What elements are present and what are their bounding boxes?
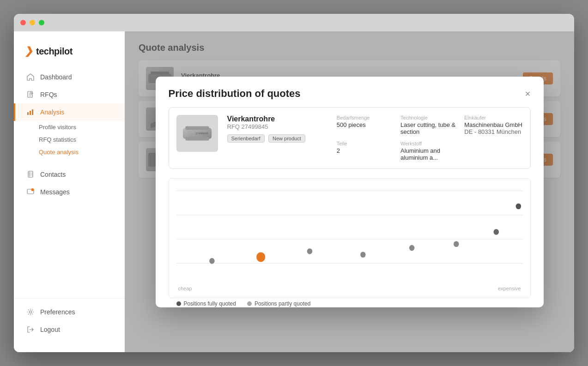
svg-point-24 (454, 241, 459, 247)
rfq-meta-werkstoff: Werkstoff Aluminium and aluminium a... (400, 141, 459, 161)
sidebar-item-quote-analysis[interactable]: Quote analysis (39, 146, 125, 158)
home-icon (26, 73, 35, 81)
sidebar-item-logout[interactable]: Logout (14, 321, 125, 338)
minimize-dot[interactable] (30, 20, 35, 25)
rfq-meta-bedarfsmenge: Bedarfsmenge 500 pieces (337, 115, 395, 135)
rfq-info: Vierkantrohre RFQ 27499845 Serienbedarf … (227, 115, 320, 161)
logo-text: techpilot (36, 46, 73, 57)
rfq-meta-value-sub: DE - 80331 München (464, 128, 522, 135)
legend-fully-quoted: Positions fully quoted (176, 300, 236, 307)
rfq-meta-value: Laser cutting, tube & section (400, 121, 459, 135)
rfq-meta-technologie: Technologie Laser cutting, tube & sectio… (400, 115, 459, 135)
x-label-expensive: expensive (498, 286, 521, 291)
main-content: Quote analysis Vierkantrohre RFQ 2749984… (125, 31, 574, 352)
svg-rect-3 (32, 109, 33, 115)
modal: Price distribution of quotes × (156, 77, 544, 307)
legend-dot-partly (247, 301, 252, 306)
chart-legend: Positions fully quoted Positions partly … (176, 297, 523, 307)
sidebar-item-rfq-statistics[interactable]: RFQ statistics (39, 133, 125, 146)
svg-rect-13 (185, 126, 209, 130)
svg-point-27 (256, 252, 265, 262)
app-body: ❯ techpilot Dashboard (14, 31, 574, 352)
app-window: ❯ techpilot Dashboard (14, 14, 574, 352)
svg-rect-14 (185, 137, 209, 140)
legend-fully-label: Positions fully quoted (184, 300, 236, 307)
badge-serienbedarf: Serienbedarf (227, 134, 265, 143)
rfq-meta-label: Technologie (400, 115, 459, 120)
svg-point-21 (307, 248, 312, 254)
sidebar-bottom: Preferences Logout (14, 298, 125, 343)
svg-point-25 (493, 229, 499, 235)
sidebar-logout-label: Logout (40, 326, 60, 333)
book-icon (26, 170, 35, 179)
svg-point-23 (409, 245, 414, 251)
rfq-meta-value: 2 (337, 147, 395, 154)
svg-point-6 (31, 188, 34, 191)
close-dot[interactable] (20, 20, 26, 25)
sidebar-item-preferences[interactable]: Preferences (14, 303, 125, 321)
chart-svg (176, 186, 523, 288)
svg-text:27499845: 27499845 (195, 132, 208, 135)
badge-new-product: New product (268, 134, 305, 143)
file-icon (26, 90, 35, 99)
rfq-meta-label: Einkäufer (464, 115, 522, 120)
svg-rect-4 (28, 171, 33, 177)
sidebar-item-dashboard[interactable]: Dashboard (14, 68, 125, 86)
rfq-meta-label: Werkstoff (400, 141, 459, 146)
sidebar-item-rfqs[interactable]: RFQs (14, 86, 125, 103)
gear-icon (26, 308, 35, 316)
logo-icon: ❯ (24, 45, 35, 57)
sidebar-dashboard-label: Dashboard (40, 73, 72, 81)
sidebar-messages-label: Messages (40, 188, 70, 196)
modal-body: 27499845 Vierkantrohre RFQ 27499845 Seri… (156, 107, 544, 307)
rfq-part-name: Vierkantrohre (227, 115, 320, 123)
modal-close-button[interactable]: × (525, 89, 531, 98)
legend-partly-quoted: Positions partly quoted (247, 300, 310, 307)
svg-point-7 (30, 311, 32, 313)
rfq-badges: Serienbedarf New product (227, 134, 320, 143)
sidebar: ❯ techpilot Dashboard (14, 31, 125, 352)
rfq-meta-label: Bedarfsmenge (337, 115, 395, 120)
sidebar-contacts-label: Contacts (40, 171, 66, 178)
maximize-dot[interactable] (39, 20, 44, 25)
modal-overlay[interactable]: Price distribution of quotes × (125, 31, 574, 352)
sidebar-preferences-label: Preferences (40, 308, 75, 316)
chart-icon (26, 108, 35, 116)
titlebar (14, 14, 574, 31)
sidebar-rfqs-label: RFQs (40, 91, 57, 98)
rfq-part-id: RFQ 27499845 (227, 123, 320, 130)
x-label-cheap: cheap (178, 286, 192, 291)
svg-point-26 (515, 203, 521, 209)
legend-partly-label: Positions partly quoted (255, 300, 310, 307)
rfq-meta-value: 500 pieces (337, 121, 395, 128)
sidebar-analysis-label: Analysis (40, 108, 64, 116)
sidebar-item-messages[interactable]: Messages (14, 183, 125, 201)
sidebar-item-analysis[interactable]: Analysis (14, 103, 125, 121)
modal-header: Price distribution of quotes × (156, 77, 544, 107)
sub-nav: Profile visitors RFQ statistics Quote an… (14, 121, 125, 158)
rfq-part-image: 27499845 (176, 115, 218, 152)
svg-rect-2 (30, 111, 31, 115)
rfq-meta-value: Maschinenbau GmbH (464, 121, 522, 128)
price-distribution-chart: cheap expensive Positions fully quoted (169, 178, 531, 298)
rfq-meta-label: Teile (337, 141, 395, 146)
rfq-meta-grid: Bedarfsmenge 500 pieces Technologie Lase… (337, 115, 523, 161)
svg-rect-1 (27, 112, 29, 115)
message-icon (26, 188, 35, 196)
logout-icon (26, 325, 35, 334)
svg-point-20 (209, 258, 215, 264)
rfq-info-card: 27499845 Vierkantrohre RFQ 27499845 Seri… (169, 107, 531, 169)
logo: ❯ techpilot (14, 41, 125, 68)
rfq-meta-einkaeufer: Einkäufer Maschinenbau GmbH DE - 80331 M… (464, 115, 522, 135)
sidebar-item-profile-visitors[interactable]: Profile visitors (39, 121, 125, 133)
rfq-meta-teile: Teile 2 (337, 141, 395, 161)
legend-dot-filled (176, 301, 181, 306)
svg-point-22 (360, 252, 366, 258)
sidebar-item-contacts[interactable]: Contacts (14, 166, 125, 183)
modal-title: Price distribution of quotes (169, 88, 301, 100)
rfq-meta-value: Aluminium and aluminium a... (400, 147, 459, 161)
